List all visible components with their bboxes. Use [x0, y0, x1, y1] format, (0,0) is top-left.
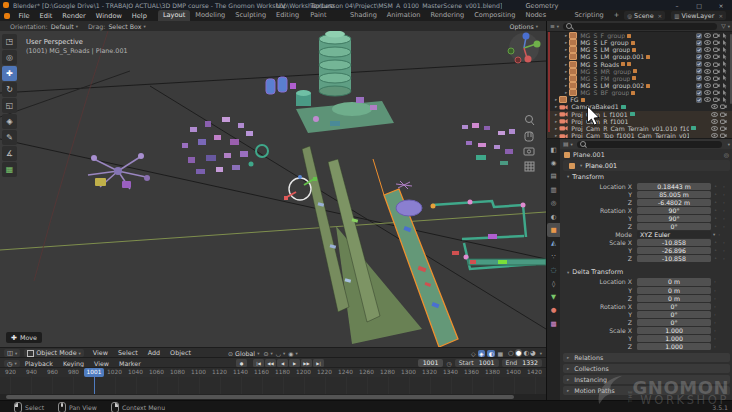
- animate-dot-icon[interactable]: ·: [720, 223, 728, 230]
- outliner-row[interactable]: ▸ MG_S_Roads: [547, 61, 732, 68]
- eye-icon[interactable]: [704, 90, 711, 95]
- auto-keying-button[interactable]: ●: [236, 359, 247, 367]
- animate-dot-icon[interactable]: ·: [711, 278, 719, 285]
- collapsed-section[interactable]: ▸ Motion Paths: [563, 386, 730, 395]
- transport-button[interactable]: ◀◀: [265, 359, 276, 367]
- outliner-row[interactable]: ▸ CameraBaked1: [547, 103, 732, 110]
- selectable-cursor-icon[interactable]: [722, 33, 727, 39]
- end-frame-field[interactable]: End 1332: [502, 359, 542, 367]
- checkbox-icon[interactable]: [696, 54, 702, 60]
- viewport-canvas[interactable]: [0, 31, 546, 347]
- value-field[interactable]: -10.858: [637, 255, 711, 262]
- zoom-icon[interactable]: [526, 116, 535, 126]
- eye-icon[interactable]: [704, 33, 711, 38]
- expand-icon[interactable]: ▸: [565, 40, 567, 45]
- tool-button[interactable]: ✚: [2, 66, 17, 81]
- animate-dot-icon[interactable]: ·: [720, 247, 728, 254]
- render-camera-icon[interactable]: [713, 76, 720, 81]
- eye-icon[interactable]: [704, 62, 711, 67]
- eye-icon[interactable]: [711, 104, 718, 109]
- unlink-viewlayer-icon[interactable]: ×: [718, 13, 723, 19]
- properties-search-input[interactable]: [577, 141, 722, 148]
- properties-tab[interactable]: ◧: [547, 143, 560, 156]
- workspace-tab[interactable]: Texture Paint: [305, 1, 345, 21]
- shading-mode-button[interactable]: ◐: [523, 349, 529, 357]
- render-camera-icon[interactable]: [713, 69, 720, 74]
- eye-icon[interactable]: [704, 97, 711, 102]
- lock-icon[interactable]: ◦: [711, 256, 720, 261]
- menu-item[interactable]: Render: [57, 12, 90, 20]
- snap-tool-button[interactable]: ◡ ▾: [276, 350, 286, 357]
- lock-icon[interactable]: ◦: [711, 184, 720, 189]
- expand-icon[interactable]: ▸: [555, 97, 557, 102]
- workspace-tab[interactable]: Animation: [382, 10, 426, 21]
- value-field[interactable]: 1.000: [637, 335, 711, 342]
- expand-icon[interactable]: ▸: [565, 33, 567, 38]
- playhead[interactable]: [94, 377, 96, 394]
- selectable-cursor-icon[interactable]: [722, 75, 727, 81]
- lock-icon[interactable]: ◦: [711, 208, 720, 213]
- selectable-cursor-icon[interactable]: [722, 83, 727, 89]
- animate-dot-icon[interactable]: ·: [711, 335, 719, 342]
- value-field[interactable]: 0 m: [637, 295, 711, 302]
- tool-button[interactable]: ∡: [2, 146, 17, 161]
- options-dropdown[interactable]: Options ▾: [509, 23, 538, 30]
- properties-tab[interactable]: ■: [547, 223, 560, 236]
- checkbox-icon[interactable]: [696, 90, 702, 96]
- value-field[interactable]: 0°: [637, 311, 711, 318]
- animate-dot-icon[interactable]: ·: [711, 287, 719, 294]
- mode-dropdown[interactable]: Object Mode ▾: [24, 349, 84, 357]
- collapsed-section[interactable]: ▸ Collections: [563, 364, 730, 373]
- viewport-menu-item[interactable]: View: [88, 349, 113, 357]
- render-camera-icon[interactable]: [713, 83, 720, 88]
- properties-tab[interactable]: ●: [547, 304, 560, 317]
- selectable-cursor-icon[interactable]: [722, 97, 727, 103]
- lock-icon[interactable]: ◦: [711, 216, 720, 221]
- tool-button[interactable]: ◈: [2, 114, 17, 129]
- scene-roads[interactable]: [302, 146, 458, 347]
- selectable-cursor-icon[interactable]: [722, 54, 727, 60]
- properties-tab[interactable]: ◉: [547, 156, 560, 169]
- animate-dot-icon[interactable]: ·: [720, 215, 728, 222]
- timeline-menu-item[interactable]: View: [89, 360, 114, 367]
- outliner-row[interactable]: ▸ MG_S_F_group: [547, 32, 732, 39]
- collapsed-section[interactable]: ▸ Relations: [563, 353, 730, 362]
- render-camera-icon[interactable]: [713, 90, 720, 95]
- value-field[interactable]: 0 m: [637, 278, 711, 285]
- transport-button[interactable]: ▶▶: [301, 359, 312, 367]
- overlay-toggle-button[interactable]: ▦: [497, 350, 503, 357]
- render-camera-icon[interactable]: [720, 126, 727, 131]
- value-field[interactable]: 0°: [637, 223, 711, 230]
- delta-transform-section-header[interactable]: ▾ Delta Transform: [560, 267, 732, 278]
- start-frame-field[interactable]: Start 1001: [455, 359, 499, 367]
- tool-button[interactable]: ◱: [2, 98, 17, 113]
- outliner-row[interactable]: ▸ MG_S_LM_group.001: [547, 53, 732, 60]
- value-field[interactable]: -6.4802 m: [637, 199, 711, 206]
- eye-icon[interactable]: [704, 69, 711, 74]
- viewport-menu-item[interactable]: Select: [113, 349, 143, 357]
- nav-gizmo[interactable]: [508, 33, 541, 64]
- properties-tab[interactable]: ◌: [547, 264, 560, 277]
- outliner-search-input[interactable]: [563, 23, 717, 30]
- workspace-tab[interactable]: Layout: [158, 10, 190, 21]
- menu-item[interactable]: Edit: [35, 12, 58, 20]
- timeline-scrollbar[interactable]: [6, 395, 514, 399]
- workspace-tab[interactable]: Rendering: [425, 10, 469, 21]
- lock-icon[interactable]: ◦: [711, 200, 720, 205]
- expand-icon[interactable]: ▸: [565, 83, 567, 88]
- render-camera-icon[interactable]: [720, 119, 727, 124]
- eye-icon[interactable]: [711, 119, 718, 124]
- animate-dot-icon[interactable]: ·: [711, 295, 719, 302]
- workspace-tab[interactable]: Sculpting: [230, 10, 271, 21]
- workspace-tab[interactable]: UV Editing: [271, 1, 305, 21]
- shading-mode-button[interactable]: ◕: [530, 349, 536, 357]
- workspace-tab[interactable]: +: [609, 10, 625, 21]
- transport-button[interactable]: |◀: [253, 359, 264, 367]
- expand-icon[interactable]: ▸: [565, 62, 567, 67]
- animate-dot-icon[interactable]: ·: [720, 199, 728, 206]
- maximize-button[interactable]: □: [688, 2, 710, 9]
- value-field[interactable]: 0°: [637, 319, 711, 326]
- object-name-field[interactable]: ▾ Plane.001: [563, 160, 730, 171]
- outliner-row[interactable]: ▸ Proj_Cam_R_Cam_Terrain_v01.010_f1001: [547, 125, 732, 132]
- eye-icon[interactable]: [704, 76, 711, 81]
